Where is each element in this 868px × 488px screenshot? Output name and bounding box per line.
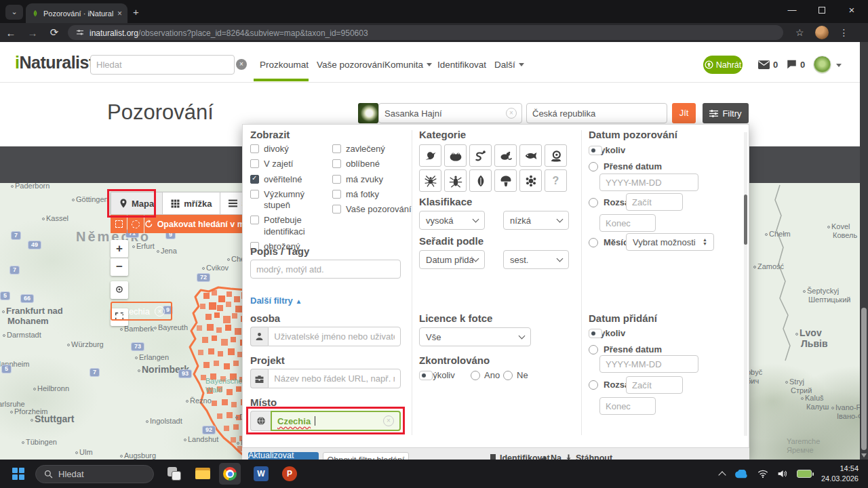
observation-heat-cell[interactable]: [235, 306, 242, 312]
observation-heat-cell[interactable]: [218, 351, 223, 357]
bookmark-star-icon[interactable]: ☆: [795, 27, 804, 38]
observation-heat-cell[interactable]: [226, 291, 232, 297]
clear-taxon-icon[interactable]: ×: [506, 108, 517, 119]
date-added-end-input[interactable]: [599, 397, 656, 415]
show-filter-checkbox[interactable]: Výzkumný stupeň: [250, 189, 328, 211]
observation-heat-cell[interactable]: [207, 324, 214, 331]
checkbox-icon[interactable]: [250, 190, 259, 199]
browser-tab[interactable]: Pozorování · iNaturalist ×: [26, 3, 127, 23]
account-menu-chevron-icon[interactable]: [836, 64, 842, 67]
file-explorer-button[interactable]: [195, 466, 211, 482]
checkbox-icon[interactable]: [332, 159, 341, 168]
new-tab-button[interactable]: +: [133, 6, 139, 18]
observation-heat-cell[interactable]: [218, 296, 225, 302]
observation-heat-cell[interactable]: [233, 361, 239, 366]
tab-close-icon[interactable]: ×: [117, 9, 122, 18]
tray-expand-icon[interactable]: [718, 471, 726, 479]
observation-heat-cell[interactable]: [197, 325, 202, 331]
observation-heat-cell[interactable]: [217, 305, 223, 311]
show-filter-checkbox[interactable]: divoký: [250, 144, 328, 155]
category-amphibians-icon[interactable]: [444, 144, 467, 167]
date-observed-exact-input[interactable]: [599, 174, 698, 191]
scrollbar-thumb[interactable]: [861, 308, 867, 450]
observation-heat-cell[interactable]: [214, 312, 220, 318]
observation-heat-cell[interactable]: [203, 293, 210, 299]
observation-heat-cell[interactable]: [231, 402, 237, 407]
browser-scrollbar[interactable]: [860, 42, 868, 460]
wifi-icon[interactable]: [757, 470, 768, 478]
zoom-in-button[interactable]: +: [111, 240, 128, 258]
observation-heat-cell[interactable]: [214, 361, 219, 366]
date-added-exact-input[interactable]: [599, 355, 698, 373]
window-maximize-button[interactable]: [808, 0, 835, 22]
show-filter-checkbox[interactable]: Vaše pozorování: [332, 204, 412, 215]
checkbox-icon[interactable]: [332, 205, 341, 214]
go-button[interactable]: Jít: [672, 103, 696, 123]
clear-search-icon[interactable]: ×: [236, 59, 247, 70]
category-arachnids-icon[interactable]: [419, 169, 441, 192]
sort-dir-select[interactable]: sest.: [503, 250, 569, 269]
date-observed-start-input[interactable]: [626, 193, 683, 211]
header-search-input[interactable]: [90, 55, 235, 75]
observation-heat-cell[interactable]: [225, 325, 231, 331]
observation-heat-cell[interactable]: [203, 362, 210, 368]
taxon-search-input[interactable]: [378, 103, 522, 123]
observation-heat-cell[interactable]: [216, 327, 222, 333]
months-select[interactable]: Vybrat možnosti▲▼: [626, 233, 714, 251]
person-input[interactable]: [268, 327, 401, 346]
taskbar-search[interactable]: Hledat: [35, 465, 154, 483]
nav-more[interactable]: Další: [494, 60, 524, 70]
observation-heat-cell[interactable]: [212, 336, 217, 341]
rank-low-select[interactable]: nízká: [503, 211, 569, 230]
redo-search-button[interactable]: Opakovat hledání v ma: [144, 215, 247, 233]
show-filter-checkbox[interactable]: Potřebuje identifikaci: [250, 215, 328, 237]
battery-icon[interactable]: [797, 470, 812, 478]
category-birds-icon[interactable]: [419, 144, 441, 167]
user-avatar[interactable]: [813, 56, 831, 74]
observation-heat-cell[interactable]: [234, 296, 240, 302]
observation-heat-cell[interactable]: [231, 437, 236, 443]
nav-your-observations[interactable]: Vaše pozorování: [317, 60, 384, 70]
observation-heat-cell[interactable]: [233, 424, 239, 430]
comments-button[interactable]: [787, 60, 797, 72]
category-reptiles-icon[interactable]: [469, 144, 492, 167]
observation-heat-cell[interactable]: [232, 313, 237, 319]
task-view-button[interactable]: [166, 466, 182, 482]
observation-heat-cell[interactable]: [231, 337, 236, 342]
observation-heat-cell[interactable]: [223, 316, 231, 323]
upload-button[interactable]: Nahrát: [703, 56, 743, 74]
category-fungi-icon[interactable]: [494, 169, 517, 192]
place-filter-chip[interactable]: Czechia ×: [111, 302, 172, 321]
url-field[interactable]: inaturalist.org/observations?place_id=82…: [68, 25, 783, 40]
window-close-button[interactable]: ×: [838, 0, 865, 22]
date-observed-exact[interactable]: Přesné datum: [589, 161, 662, 171]
checkbox-icon[interactable]: [250, 159, 259, 168]
category-unknown-icon[interactable]: ?: [545, 169, 567, 192]
show-filter-checkbox[interactable]: V zajetí: [250, 159, 328, 169]
powerpoint-button[interactable]: P: [281, 466, 298, 482]
panel-scrollbar-thumb[interactable]: [744, 195, 747, 245]
reviewed-option-any[interactable]: Jakýkoliv: [419, 370, 455, 380]
reload-button[interactable]: ⟳: [43, 26, 65, 39]
date-added-exact[interactable]: Přesné datum: [589, 344, 662, 354]
chrome-button-active[interactable]: [219, 463, 241, 485]
rectangle-select-button[interactable]: [111, 215, 127, 233]
filters-button[interactable]: Filtry: [703, 103, 749, 123]
show-filter-checkbox[interactable]: oblíbené: [332, 159, 412, 169]
checkbox-icon[interactable]: [250, 216, 259, 224]
inaturalist-logo[interactable]: iNaturalist: [15, 53, 94, 73]
nav-identify[interactable]: Identifikovat: [437, 60, 486, 70]
description-input[interactable]: [250, 260, 401, 279]
category-insects-icon[interactable]: [444, 169, 467, 192]
window-minimize-button[interactable]: —: [778, 0, 806, 22]
more-filters-link[interactable]: Další filtry ▲: [250, 296, 302, 306]
date-added-start-input[interactable]: [626, 376, 683, 394]
tab-grid-view[interactable]: mřížka: [163, 192, 220, 215]
rank-high-select[interactable]: vysoká: [419, 211, 485, 230]
start-button[interactable]: [12, 468, 24, 480]
observation-heat-cell[interactable]: [208, 348, 214, 354]
locate-button[interactable]: [111, 281, 128, 299]
taskbar-clock[interactable]: 14:54 24.03.2026: [821, 464, 859, 484]
observation-heat-cell[interactable]: [224, 363, 230, 369]
browser-profile-avatar[interactable]: [815, 26, 829, 39]
